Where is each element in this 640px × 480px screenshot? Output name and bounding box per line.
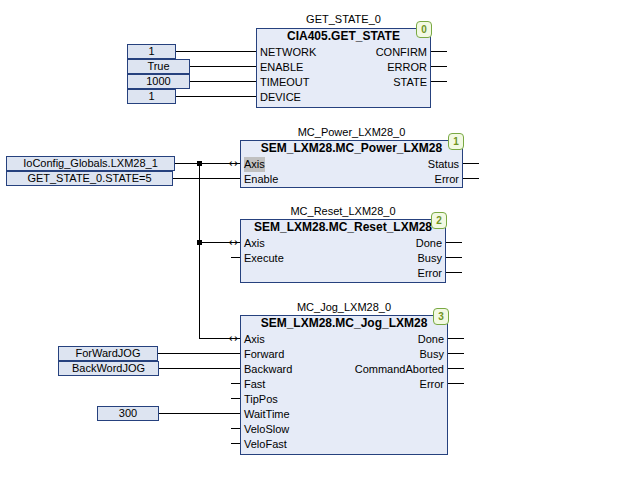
- pin-row: Axis Status: [241, 157, 462, 172]
- output-pin-error[interactable]: Error: [418, 266, 442, 281]
- execution-order-badge: 2: [431, 212, 447, 229]
- input-pin-execute[interactable]: Execute: [244, 251, 284, 266]
- inout-arrow-icon: ↔: [226, 157, 240, 170]
- wire: [448, 383, 464, 384]
- block-instance-title[interactable]: MC_Power_LXM28_0: [240, 126, 463, 139]
- execution-order-badge: 3: [433, 308, 449, 325]
- pin-row: VeloSlow: [241, 422, 447, 437]
- output-pin-error[interactable]: Error: [435, 172, 459, 187]
- input-pin-enable[interactable]: ENABLE: [260, 60, 303, 75]
- wire: [463, 178, 479, 179]
- operand-box-backward[interactable]: BackWordJOG: [58, 361, 159, 376]
- junction-dot: [197, 240, 202, 245]
- input-pin-network[interactable]: NETWORK: [260, 45, 316, 60]
- pin-row: Backward CommandAborted: [241, 362, 447, 377]
- wire: [190, 81, 256, 82]
- fbd-editor-canvas: GET_STATE_0 CIA405.GET_STATE NETWORK CON…: [0, 0, 640, 480]
- operand-box-device[interactable]: 1: [127, 89, 176, 104]
- input-pin-enable[interactable]: Enable: [244, 172, 278, 187]
- block-type-name: SEM_LXM28.MC_Jog_LXM28: [241, 316, 447, 332]
- input-pin-backward[interactable]: Backward: [244, 362, 292, 377]
- output-pin-confirm[interactable]: CONFIRM: [376, 45, 427, 60]
- wire-stub: [231, 428, 240, 429]
- operand-box-enable[interactable]: True: [127, 59, 190, 74]
- wire: [190, 66, 256, 67]
- input-pin-waittime[interactable]: WaitTime: [244, 407, 290, 422]
- wire: [159, 368, 240, 369]
- wire-stub: [231, 398, 240, 399]
- input-pin-velofast[interactable]: VeloFast: [244, 437, 287, 452]
- function-block-mc-jog[interactable]: SEM_LXM28.MC_Jog_LXM28 Axis Done Forward…: [240, 315, 448, 455]
- output-pin-error[interactable]: ERROR: [387, 60, 427, 75]
- output-pin-error[interactable]: Error: [420, 377, 444, 392]
- wire: [448, 368, 464, 369]
- input-pin-forward[interactable]: Forward: [244, 347, 284, 362]
- input-pin-axis-selected[interactable]: Axis: [244, 157, 265, 172]
- wire-axis-branch: [199, 163, 200, 339]
- operand-box-axis[interactable]: IoConfig_Globals.LXM28_1: [6, 156, 175, 171]
- inout-arrow-icon: ↔: [226, 332, 240, 345]
- block-type-name: SEM_LXM28.MC_Power_LXM28: [241, 141, 462, 157]
- output-pin-done[interactable]: Done: [418, 332, 444, 347]
- input-pin-axis[interactable]: Axis: [244, 332, 265, 347]
- output-pin-state[interactable]: STATE: [393, 75, 427, 90]
- input-pin-fast[interactable]: Fast: [244, 377, 265, 392]
- pin-row: Enable Error: [241, 172, 462, 187]
- execution-order-badge: 1: [448, 133, 464, 150]
- output-pin-busy[interactable]: Busy: [418, 251, 442, 266]
- wire-stub: [231, 257, 240, 258]
- pin-row: Axis Done: [241, 332, 447, 347]
- wire: [173, 178, 240, 179]
- wire: [431, 81, 447, 82]
- operand-box-forward[interactable]: ForWardJOG: [58, 346, 158, 361]
- input-pin-veloslow[interactable]: VeloSlow: [244, 422, 289, 437]
- wire: [446, 242, 462, 243]
- wire: [448, 338, 464, 339]
- wire: [159, 413, 240, 414]
- pin-row: Axis Done: [241, 236, 445, 251]
- wire: [448, 353, 464, 354]
- operand-box-waittime[interactable]: 300: [97, 406, 159, 421]
- block-type-name: CIA405.GET_STATE: [257, 29, 430, 45]
- function-block-mc-power[interactable]: SEM_LXM28.MC_Power_LXM28 Axis Status Ena…: [240, 140, 463, 188]
- operand-box-timeout[interactable]: 1000: [127, 74, 190, 89]
- block-type-name: SEM_LXM28.MC_Reset_LXM28: [241, 220, 445, 236]
- operand-box-enable[interactable]: GET_STATE_0.STATE=5: [6, 171, 173, 186]
- execution-order-badge: 0: [416, 21, 432, 38]
- wire-stub: [231, 383, 240, 384]
- pin-row: TipPos: [241, 392, 447, 407]
- block-instance-title[interactable]: MC_Reset_LXM28_0: [240, 205, 446, 218]
- pin-row: VeloFast: [241, 437, 447, 452]
- input-pin-timeout[interactable]: TIMEOUT: [260, 75, 310, 90]
- pin-row: TIMEOUT STATE: [257, 75, 430, 90]
- output-pin-busy[interactable]: Busy: [420, 347, 444, 362]
- wire: [463, 163, 479, 164]
- function-block-get-state[interactable]: CIA405.GET_STATE NETWORK CONFIRM ENABLE …: [256, 28, 431, 108]
- wire: [446, 272, 462, 273]
- inout-arrow-icon: ↔: [226, 236, 240, 249]
- output-pin-commandaborted[interactable]: CommandAborted: [355, 362, 444, 377]
- wire: [176, 96, 256, 97]
- pin-row: ENABLE ERROR: [257, 60, 430, 75]
- pin-row: Error: [241, 266, 445, 281]
- wire-stub: [231, 443, 240, 444]
- pin-row: NETWORK CONFIRM: [257, 45, 430, 60]
- wire: [431, 51, 447, 52]
- output-pin-status[interactable]: Status: [428, 157, 459, 172]
- wire: [431, 66, 447, 67]
- output-pin-done[interactable]: Done: [416, 236, 442, 251]
- operand-box-network[interactable]: 1: [127, 44, 176, 59]
- function-block-mc-reset[interactable]: SEM_LXM28.MC_Reset_LXM28 Axis Done Execu…: [240, 219, 446, 283]
- pin-row: Fast Error: [241, 377, 447, 392]
- pin-row: DEVICE: [257, 90, 430, 105]
- block-instance-title[interactable]: MC_Jog_LXM28_0: [240, 301, 448, 314]
- wire: [176, 51, 256, 52]
- pin-row: Forward Busy: [241, 347, 447, 362]
- input-pin-tippos[interactable]: TipPos: [244, 392, 278, 407]
- pin-row: WaitTime: [241, 407, 447, 422]
- input-pin-axis[interactable]: Axis: [244, 236, 265, 251]
- input-pin-device[interactable]: DEVICE: [260, 90, 301, 105]
- wire: [446, 257, 462, 258]
- wire: [158, 353, 240, 354]
- block-instance-title[interactable]: GET_STATE_0: [256, 13, 431, 26]
